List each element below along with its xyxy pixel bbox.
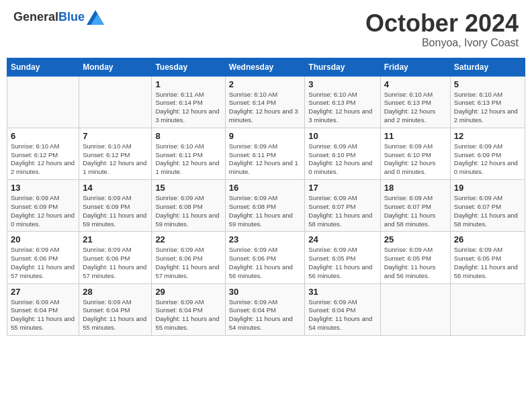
calendar-cell: 11Sunrise: 6:09 AMSunset: 6:10 PMDayligh… (380, 128, 450, 179)
day-info: Sunrise: 6:09 AMSunset: 6:06 PMDaylight:… (155, 246, 221, 280)
day-number: 14 (83, 183, 148, 193)
calendar-cell: 22Sunrise: 6:09 AMSunset: 6:06 PMDayligh… (152, 232, 225, 283)
day-number: 20 (11, 234, 75, 244)
day-number: 16 (229, 183, 302, 193)
day-info: Sunrise: 6:09 AMSunset: 6:05 PMDaylight:… (308, 246, 376, 280)
day-info: Sunrise: 6:09 AMSunset: 6:04 PMDaylight:… (308, 298, 376, 332)
column-header-sunday: Sunday (7, 58, 79, 76)
calendar-cell: 5Sunrise: 6:10 AMSunset: 6:13 PMDaylight… (450, 76, 525, 128)
day-info: Sunrise: 6:09 AMSunset: 6:04 PMDaylight:… (155, 298, 221, 332)
calendar-cell: 23Sunrise: 6:09 AMSunset: 6:06 PMDayligh… (225, 232, 305, 283)
calendar-cell: 7Sunrise: 6:10 AMSunset: 6:12 PMDaylight… (79, 128, 152, 179)
calendar-cell: 12Sunrise: 6:09 AMSunset: 6:09 PMDayligh… (450, 128, 525, 179)
day-info: Sunrise: 6:09 AMSunset: 6:10 PMDaylight:… (384, 142, 447, 177)
day-info: Sunrise: 6:09 AMSunset: 6:06 PMDaylight:… (83, 246, 148, 280)
day-info: Sunrise: 6:10 AMSunset: 6:11 PMDaylight:… (155, 142, 221, 177)
day-number: 22 (155, 234, 221, 244)
calendar-week-5: 27Sunrise: 6:09 AMSunset: 6:04 PMDayligh… (7, 283, 525, 335)
logo: GeneralBlue (13, 10, 104, 25)
day-info: Sunrise: 6:09 AMSunset: 6:09 PMDaylight:… (11, 194, 75, 228)
calendar-cell: 3Sunrise: 6:10 AMSunset: 6:13 PMDaylight… (305, 76, 380, 128)
logo-general: GeneralBlue (13, 11, 85, 24)
calendar-header-row: SundayMondayTuesdayWednesdayThursdayFrid… (7, 58, 525, 76)
day-info: Sunrise: 6:09 AMSunset: 6:05 PMDaylight:… (384, 246, 447, 280)
calendar-cell (79, 76, 152, 128)
day-info: Sunrise: 6:10 AMSunset: 6:13 PMDaylight:… (454, 91, 521, 125)
day-number: 10 (308, 131, 376, 141)
calendar-week-4: 20Sunrise: 6:09 AMSunset: 6:06 PMDayligh… (7, 232, 525, 283)
column-header-wednesday: Wednesday (225, 58, 305, 76)
calendar-cell: 15Sunrise: 6:09 AMSunset: 6:08 PMDayligh… (152, 180, 225, 232)
day-number: 12 (454, 131, 521, 141)
calendar-cell: 30Sunrise: 6:09 AMSunset: 6:04 PMDayligh… (225, 283, 305, 335)
calendar-cell: 2Sunrise: 6:10 AMSunset: 6:14 PMDaylight… (225, 76, 305, 128)
calendar-cell: 27Sunrise: 6:09 AMSunset: 6:04 PMDayligh… (7, 283, 79, 335)
day-info: Sunrise: 6:09 AMSunset: 6:07 PMDaylight:… (384, 194, 447, 228)
logo-icon (87, 10, 104, 25)
calendar-cell: 1Sunrise: 6:11 AMSunset: 6:14 PMDaylight… (152, 76, 225, 128)
day-info: Sunrise: 6:10 AMSunset: 6:13 PMDaylight:… (384, 91, 447, 125)
calendar-cell: 6Sunrise: 6:10 AMSunset: 6:12 PMDaylight… (7, 128, 79, 179)
day-info: Sunrise: 6:09 AMSunset: 6:08 PMDaylight:… (155, 194, 221, 228)
calendar-week-2: 6Sunrise: 6:10 AMSunset: 6:12 PMDaylight… (7, 128, 525, 179)
calendar-cell: 24Sunrise: 6:09 AMSunset: 6:05 PMDayligh… (305, 232, 380, 283)
day-number: 9 (229, 131, 302, 141)
column-header-saturday: Saturday (450, 58, 525, 76)
location: Bonyoa, Ivory Coast (365, 37, 519, 49)
day-info: Sunrise: 6:09 AMSunset: 6:07 PMDaylight:… (308, 194, 376, 228)
calendar-body: 1Sunrise: 6:11 AMSunset: 6:14 PMDaylight… (7, 76, 525, 335)
day-number: 29 (155, 287, 221, 297)
day-number: 21 (83, 234, 148, 244)
column-header-friday: Friday (380, 58, 450, 76)
day-info: Sunrise: 6:09 AMSunset: 6:04 PMDaylight:… (11, 298, 75, 332)
day-number: 30 (229, 287, 302, 297)
day-info: Sunrise: 6:09 AMSunset: 6:07 PMDaylight:… (454, 194, 521, 228)
calendar-cell: 26Sunrise: 6:09 AMSunset: 6:05 PMDayligh… (450, 232, 525, 283)
day-info: Sunrise: 6:09 AMSunset: 6:10 PMDaylight:… (308, 142, 376, 177)
day-number: 15 (155, 183, 221, 193)
page-header: GeneralBlue October 2024 Bonyoa, Ivory C… (7, 7, 525, 52)
day-number: 7 (83, 131, 148, 141)
day-number: 25 (384, 234, 447, 244)
day-info: Sunrise: 6:10 AMSunset: 6:13 PMDaylight:… (308, 91, 376, 125)
calendar-cell (7, 76, 79, 128)
month-title: October 2024 Bonyoa, Ivory Coast (365, 10, 519, 49)
calendar-cell: 25Sunrise: 6:09 AMSunset: 6:05 PMDayligh… (380, 232, 450, 283)
day-info: Sunrise: 6:11 AMSunset: 6:14 PMDaylight:… (155, 91, 221, 125)
column-header-thursday: Thursday (305, 58, 380, 76)
calendar-week-1: 1Sunrise: 6:11 AMSunset: 6:14 PMDaylight… (7, 76, 525, 128)
calendar-cell: 13Sunrise: 6:09 AMSunset: 6:09 PMDayligh… (7, 180, 79, 232)
day-info: Sunrise: 6:09 AMSunset: 6:04 PMDaylight:… (83, 298, 148, 332)
calendar-cell: 10Sunrise: 6:09 AMSunset: 6:10 PMDayligh… (305, 128, 380, 179)
day-number: 8 (155, 131, 221, 141)
day-info: Sunrise: 6:10 AMSunset: 6:14 PMDaylight:… (229, 91, 302, 125)
day-info: Sunrise: 6:09 AMSunset: 6:04 PMDaylight:… (229, 298, 302, 332)
calendar-week-3: 13Sunrise: 6:09 AMSunset: 6:09 PMDayligh… (7, 180, 525, 232)
calendar-cell: 18Sunrise: 6:09 AMSunset: 6:07 PMDayligh… (380, 180, 450, 232)
calendar-cell: 19Sunrise: 6:09 AMSunset: 6:07 PMDayligh… (450, 180, 525, 232)
calendar-cell: 4Sunrise: 6:10 AMSunset: 6:13 PMDaylight… (380, 76, 450, 128)
day-info: Sunrise: 6:09 AMSunset: 6:09 PMDaylight:… (83, 194, 148, 228)
day-info: Sunrise: 6:10 AMSunset: 6:12 PMDaylight:… (83, 142, 148, 177)
day-info: Sunrise: 6:09 AMSunset: 6:05 PMDaylight:… (454, 246, 521, 280)
day-number: 31 (308, 287, 376, 297)
day-number: 6 (11, 131, 75, 141)
calendar-cell: 16Sunrise: 6:09 AMSunset: 6:08 PMDayligh… (225, 180, 305, 232)
calendar-table: SundayMondayTuesdayWednesdayThursdayFrid… (7, 58, 525, 336)
day-number: 4 (384, 79, 447, 89)
day-info: Sunrise: 6:09 AMSunset: 6:06 PMDaylight:… (11, 246, 75, 280)
day-number: 18 (384, 183, 447, 193)
calendar-cell: 29Sunrise: 6:09 AMSunset: 6:04 PMDayligh… (152, 283, 225, 335)
calendar-cell (380, 283, 450, 335)
day-info: Sunrise: 6:09 AMSunset: 6:08 PMDaylight:… (229, 194, 302, 228)
day-number: 17 (308, 183, 376, 193)
calendar-cell: 28Sunrise: 6:09 AMSunset: 6:04 PMDayligh… (79, 283, 152, 335)
day-number: 2 (229, 79, 302, 89)
calendar-cell: 21Sunrise: 6:09 AMSunset: 6:06 PMDayligh… (79, 232, 152, 283)
day-number: 23 (229, 234, 302, 244)
calendar-cell: 8Sunrise: 6:10 AMSunset: 6:11 PMDaylight… (152, 128, 225, 179)
day-number: 28 (83, 287, 148, 297)
day-info: Sunrise: 6:10 AMSunset: 6:12 PMDaylight:… (11, 142, 75, 177)
day-info: Sunrise: 6:09 AMSunset: 6:09 PMDaylight:… (454, 142, 521, 177)
day-number: 13 (11, 183, 75, 193)
